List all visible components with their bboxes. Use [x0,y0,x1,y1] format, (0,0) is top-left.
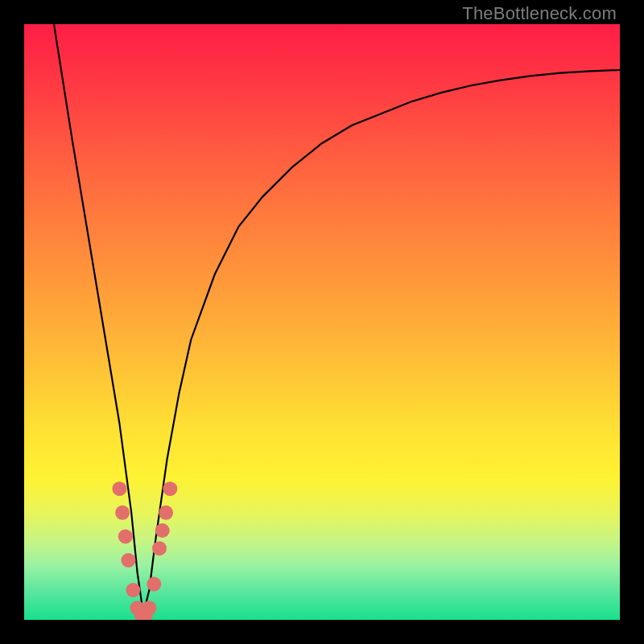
highlight-dot [118,529,133,543]
highlight-dot [147,577,161,592]
highlight-dot [163,481,177,496]
highlight-dot [142,601,156,615]
curve-svg [24,24,620,620]
highlight-dot [122,553,136,568]
highlight-dot [115,506,130,520]
highlight-dot [112,481,126,496]
bottleneck-curve [54,24,620,614]
highlight-dot [152,541,167,555]
highlight-dot [159,506,173,520]
plot-area [24,24,620,620]
highlight-dot [126,583,140,597]
chart-frame: TheBottleneck.com [0,0,644,644]
watermark-text: TheBottleneck.com [462,3,617,24]
highlight-dot [155,523,170,538]
highlight-dots [112,481,177,620]
